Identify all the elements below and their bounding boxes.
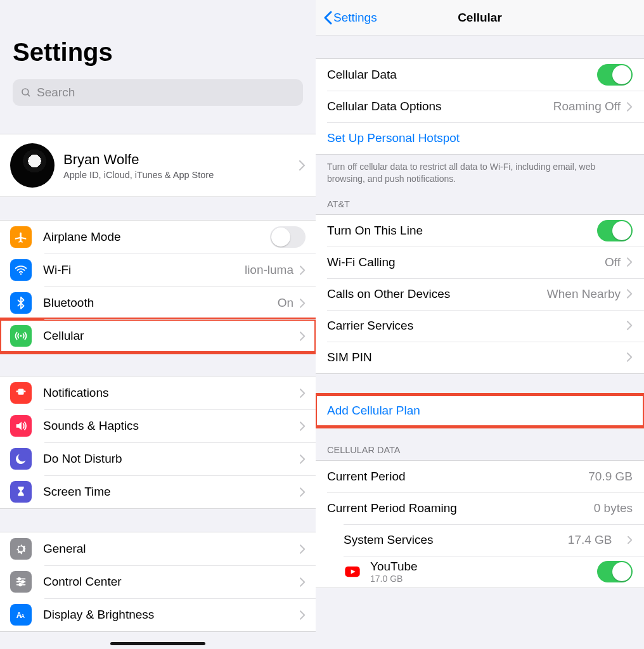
cell-options-row[interactable]: Cellular Data OptionsRoaming Off	[316, 91, 644, 122]
turn-on-line-row[interactable]: Turn On This Line	[316, 215, 644, 247]
youtube-row[interactable]: YouTube 17.0 GB	[316, 556, 644, 588]
nav-bar: Settings Cellular	[316, 0, 644, 35]
sound-icon	[10, 415, 32, 437]
general-row[interactable]: General	[0, 532, 316, 565]
airplane-row[interactable]: Airplane Mode	[0, 221, 316, 254]
chevron-right-icon	[300, 331, 306, 341]
chevron-right-icon	[299, 160, 306, 170]
cur-period-label: Current Period	[327, 470, 406, 484]
wifi-calling-row[interactable]: Wi-Fi CallingOff	[316, 247, 644, 278]
turn-on-line-switch[interactable]	[597, 220, 633, 241]
youtube-icon	[344, 563, 361, 581]
chevron-right-icon	[300, 299, 306, 308]
notifications-group: Notifications Sounds & Haptics Do Not Di…	[0, 376, 316, 509]
carrier-svc-label: Carrier Services	[327, 319, 413, 333]
cell-options-value: Roaming Off	[553, 100, 621, 113]
svg-rect-6	[24, 390, 26, 392]
wifi-calling-value: Off	[605, 255, 621, 269]
svg-point-0	[22, 89, 29, 95]
svg-rect-5	[16, 390, 18, 392]
home-indicator	[110, 642, 205, 645]
svg-text:A: A	[21, 614, 25, 619]
youtube-label: YouTube	[370, 560, 418, 574]
display-row[interactable]: AA Display & Brightness	[0, 598, 316, 631]
cellular-data-group: Cellular DataCellular Data OptionsRoamin…	[316, 58, 644, 155]
page-title: Settings	[13, 38, 303, 67]
moon-icon	[10, 448, 32, 470]
cellular-note: Turn off cellular data to restrict all d…	[316, 155, 644, 189]
search-icon	[20, 87, 32, 98]
section-cellular-data: CELLULAR DATA	[316, 427, 644, 460]
cell-data-switch[interactable]	[597, 64, 633, 86]
sys-svc-label: System Services	[344, 533, 433, 547]
connectivity-group: Airplane Mode Wi-Fi lion-luma Bluetooth …	[0, 220, 316, 353]
carrier-svc-row[interactable]: Carrier Services	[316, 310, 644, 342]
chevron-right-icon	[300, 487, 306, 497]
back-label: Settings	[333, 11, 377, 25]
gear-icon	[10, 538, 32, 560]
control-row[interactable]: Control Center	[0, 565, 316, 598]
chevron-right-icon	[300, 389, 306, 398]
wifi-row[interactable]: Wi-Fi lion-luma	[0, 254, 316, 286]
airplane-label: Airplane Mode	[43, 230, 121, 244]
turn-on-line-label: Turn On This Line	[327, 224, 423, 238]
general-label: General	[43, 542, 86, 556]
svg-point-3	[20, 335, 22, 337]
svg-point-2	[20, 273, 22, 274]
svg-point-10	[22, 581, 24, 583]
add-plan-row[interactable]: Add Cellular Plan	[316, 395, 644, 427]
chevron-right-icon	[300, 577, 306, 587]
airplane-switch[interactable]	[270, 226, 306, 248]
chevron-right-icon	[300, 610, 306, 620]
cell-options-label: Cellular Data Options	[327, 100, 442, 113]
screentime-row[interactable]: Screen Time	[0, 475, 316, 508]
svg-line-1	[27, 94, 30, 96]
account-row[interactable]: Bryan Wolfe Apple ID, iCloud, iTunes & A…	[0, 134, 316, 196]
sim-pin-label: SIM PIN	[327, 350, 372, 364]
account-group: Bryan Wolfe Apple ID, iCloud, iTunes & A…	[0, 134, 316, 197]
cell-data-row[interactable]: Cellular Data	[316, 59, 644, 91]
other-calls-value: When Nearby	[547, 287, 621, 301]
cur-roaming-label: Current Period Roaming	[327, 501, 457, 515]
bluetooth-row[interactable]: Bluetooth On	[0, 286, 316, 319]
section-att: AT&T	[316, 189, 644, 214]
wifi-calling-label: Wi-Fi Calling	[327, 255, 396, 269]
chevron-right-icon	[628, 536, 633, 544]
sliders-icon	[10, 571, 32, 593]
hourglass-icon	[10, 481, 32, 503]
bell-icon	[10, 382, 32, 404]
other-calls-label: Calls on Other Devices	[327, 287, 450, 301]
chevron-right-icon	[627, 321, 633, 330]
search-placeholder: Search	[37, 86, 75, 100]
other-calls-row[interactable]: Calls on Other DevicesWhen Nearby	[316, 278, 644, 310]
svg-rect-4	[18, 389, 23, 395]
chevron-right-icon	[300, 454, 306, 464]
svg-point-12	[19, 584, 22, 586]
back-button[interactable]: Settings	[323, 11, 377, 25]
notifications-row[interactable]: Notifications	[0, 376, 316, 409]
account-name: Bryan Wolfe	[63, 151, 214, 168]
chevron-right-icon	[300, 266, 306, 275]
sys-svc-row[interactable]: System Services17.4 GB	[316, 524, 644, 556]
control-label: Control Center	[43, 575, 122, 589]
chevron-right-icon	[627, 289, 633, 299]
bluetooth-label: Bluetooth	[43, 296, 94, 310]
hotspot-row[interactable]: Set Up Personal Hotspot	[316, 122, 644, 154]
cellular-row[interactable]: Cellular	[0, 319, 316, 352]
cell-data-label: Cellular Data	[327, 68, 397, 82]
chevron-right-icon	[300, 421, 306, 431]
dnd-row[interactable]: Do Not Disturb	[0, 442, 316, 475]
search-input[interactable]: Search	[13, 79, 303, 106]
cur-roaming-value: 0 bytes	[594, 501, 633, 515]
settings-pane: Settings Search Bryan Wolfe Apple ID, iC…	[0, 0, 316, 649]
add-plan-label: Add Cellular Plan	[327, 404, 420, 418]
sounds-row[interactable]: Sounds & Haptics	[0, 409, 316, 442]
youtube-switch[interactable]	[597, 561, 633, 582]
cell-icon	[10, 325, 32, 347]
chevron-right-icon	[627, 352, 633, 362]
aa-icon: AA	[10, 604, 32, 626]
sim-pin-row[interactable]: SIM PIN	[316, 342, 644, 373]
dnd-label: Do Not Disturb	[43, 452, 122, 466]
settings-header: Settings	[0, 0, 316, 73]
chevron-right-icon	[300, 544, 306, 554]
